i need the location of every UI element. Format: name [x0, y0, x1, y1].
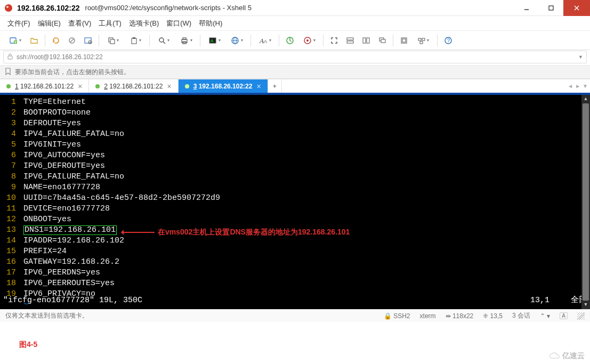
tab-1[interactable]: 1 192.168.26.101:22 ×: [0, 79, 89, 93]
address-input[interactable]: ssh://root@192.168.26.102:22 ▼: [3, 51, 587, 63]
disconnect-button[interactable]: [64, 33, 79, 48]
tab-3[interactable]: 3 192.168.26.102:22 ×: [179, 79, 268, 93]
svg-rect-47: [8, 56, 12, 59]
lock-button[interactable]: [397, 33, 411, 48]
svg-point-19: [159, 38, 164, 42]
minimize-button[interactable]: [514, 0, 539, 16]
sessions-button[interactable]: [413, 33, 434, 48]
svg-text:?: ?: [447, 38, 450, 44]
terminal-scrollbar[interactable]: ▲ ▼: [581, 95, 590, 309]
figure-caption: 图4-5: [19, 340, 37, 350]
open-file-button[interactable]: [27, 33, 42, 48]
cloud-icon: [548, 352, 560, 360]
svg-rect-3: [549, 6, 553, 10]
menu-tools[interactable]: 工具(T): [99, 19, 122, 28]
menu-window[interactable]: 窗口(W): [166, 19, 191, 28]
paste-button[interactable]: [125, 33, 146, 48]
title-path: root@vms002:/etc/sysconfig/network-scrip…: [85, 4, 252, 12]
svg-rect-17: [132, 38, 136, 44]
tab-close-icon[interactable]: ×: [78, 82, 82, 91]
status-ssh: 🔒 SSH2: [384, 312, 410, 320]
help-button[interactable]: ?: [441, 33, 456, 48]
status-menu-icon[interactable]: ⌃ ▾: [540, 312, 550, 320]
resize-grip[interactable]: [577, 312, 585, 320]
tab-strip: 1 192.168.26.101:22 × 2 192.168.26.101:2…: [0, 79, 590, 94]
status-dot-icon: [185, 84, 189, 88]
tab-close-icon[interactable]: ×: [256, 82, 261, 91]
line-gutter: 12345678910111213141516171819: [0, 97, 19, 309]
fullscreen-button[interactable]: [327, 33, 342, 48]
maximize-button[interactable]: [539, 0, 563, 16]
tab-prev-icon[interactable]: ◄: [568, 83, 573, 89]
svg-point-14: [90, 42, 91, 43]
svg-point-1: [6, 6, 9, 8]
menu-tab[interactable]: 选项卡(B): [129, 19, 159, 28]
tab-close-icon[interactable]: ×: [167, 82, 171, 91]
svg-text:A: A: [264, 39, 267, 44]
script-button[interactable]: [282, 33, 297, 48]
cap-indicator: A: [560, 312, 568, 319]
scroll-thumb[interactable]: [583, 103, 589, 301]
svg-rect-16: [110, 39, 115, 44]
vim-cursor-pos: 13,1: [530, 295, 549, 306]
find-button[interactable]: [153, 33, 174, 48]
font-button[interactable]: AA: [254, 33, 276, 48]
status-size: ⇹ 118x22: [446, 312, 474, 320]
svg-text:A: A: [211, 38, 214, 43]
menu-help[interactable]: 帮助(H): [199, 19, 222, 28]
status-hint: 仅将文本发送到当前选项卡。: [5, 311, 88, 320]
svg-rect-18: [133, 37, 135, 39]
svg-rect-44: [420, 42, 423, 44]
tile-horizontal-button[interactable]: [343, 33, 358, 48]
status-sessions: 3 会话: [512, 311, 530, 320]
svg-rect-39: [381, 39, 385, 43]
color-scheme-button[interactable]: A: [204, 33, 225, 48]
vim-file-info: "ifcfg-eno16777728" 19L, 350C: [3, 295, 142, 306]
tab-nav: ◄ ► ▼: [568, 79, 588, 93]
tab-list-icon[interactable]: ▼: [583, 83, 588, 89]
reconnect-button[interactable]: [49, 33, 63, 48]
xftp-button[interactable]: [298, 33, 320, 48]
svg-rect-34: [347, 38, 353, 40]
encoding-button[interactable]: [226, 33, 247, 48]
svg-text:A: A: [259, 37, 264, 44]
tab-next-icon[interactable]: ►: [575, 83, 580, 89]
menu-edit[interactable]: 编辑(E): [38, 19, 61, 28]
status-pos: ⁜ 13,5: [483, 312, 503, 320]
address-bar: ssh://root@192.168.26.102:22 ▼: [0, 50, 590, 65]
menu-view[interactable]: 查看(V): [68, 19, 91, 28]
svg-rect-43: [422, 38, 425, 41]
close-button[interactable]: [563, 0, 590, 16]
lock-icon: [7, 53, 13, 61]
address-dropdown-icon[interactable]: ▼: [578, 54, 583, 60]
address-text: ssh://root@192.168.26.102:22: [17, 53, 103, 61]
svg-rect-35: [347, 41, 353, 43]
svg-point-33: [306, 39, 309, 42]
svg-rect-41: [402, 39, 406, 42]
scroll-down-icon[interactable]: ▼: [581, 301, 590, 309]
menu-bar: 文件(F) 编辑(E) 查看(V) 工具(T) 选项卡(B) 窗口(W) 帮助(…: [0, 16, 590, 31]
properties-button[interactable]: [80, 33, 95, 48]
new-tab-button[interactable]: +: [268, 79, 282, 93]
hint-text: 要添加当前会话，点击左侧的箭头按钮。: [15, 68, 130, 77]
vim-status-line: "ifcfg-eno16777728" 19L, 350C 13,1 全部: [3, 295, 587, 306]
watermark: 亿速云: [548, 351, 585, 361]
menu-file[interactable]: 文件(F): [7, 19, 30, 28]
svg-rect-22: [183, 38, 186, 39]
toolbar: A AA ?: [0, 31, 590, 50]
tab-2[interactable]: 2 192.168.26.101:22 ×: [89, 79, 178, 93]
bookmark-add-icon[interactable]: [4, 68, 12, 77]
title-address: 192.168.26.102:22: [17, 4, 80, 12]
status-dot-icon: [95, 84, 100, 88]
new-session-button[interactable]: [4, 33, 26, 48]
status-bar: 仅将文本发送到当前选项卡。 🔒 SSH2 xterm ⇹ 118x22 ⁜ 13…: [0, 309, 590, 322]
cascade-button[interactable]: [375, 33, 390, 48]
terminal[interactable]: 12345678910111213141516171819 TYPE=Ether…: [0, 94, 590, 309]
copy-button[interactable]: [102, 33, 124, 48]
tile-vertical-button[interactable]: [359, 33, 374, 48]
svg-rect-37: [367, 38, 369, 43]
print-button[interactable]: [175, 33, 197, 48]
app-icon: [4, 4, 13, 12]
svg-rect-36: [363, 38, 366, 43]
scroll-up-icon[interactable]: ▲: [581, 95, 590, 103]
